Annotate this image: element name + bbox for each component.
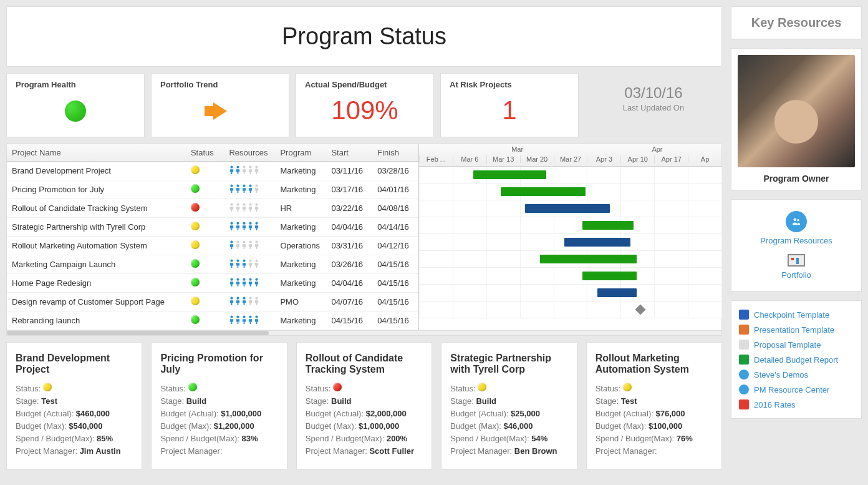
resource-link[interactable]: Proposal Template	[739, 337, 854, 352]
svg-point-32	[243, 278, 246, 281]
kpi-updated: 03/10/16 Last Updated On	[585, 73, 722, 137]
table-row[interactable]: Rebranding launch Marketing 04/15/16 04/…	[7, 311, 418, 330]
svg-point-23	[249, 241, 252, 243]
link-label: Presentation Template	[754, 325, 834, 335]
cell-program: Operations	[275, 237, 326, 255]
kpi-spend: Actual Spend/Budget 109%	[296, 73, 434, 137]
cell-name: Rollout of Candidate Tracking System	[7, 199, 186, 218]
th-start[interactable]: Start	[326, 144, 372, 162]
scrollbar-thumb[interactable]	[7, 331, 269, 335]
status-dot-icon	[191, 165, 200, 174]
svg-point-17	[243, 222, 246, 225]
th-finish[interactable]: Finish	[372, 144, 418, 162]
table-row[interactable]: Design revamp of Customer Support Page P…	[7, 293, 418, 311]
gantt-bar[interactable]	[564, 238, 631, 247]
gantt-row	[419, 251, 721, 268]
portfolio-link[interactable]: Portfolio	[738, 254, 855, 280]
th-program[interactable]: Program	[275, 144, 326, 162]
kpi-updated-label: Last Updated On	[594, 103, 713, 112]
grid-icon	[788, 254, 805, 267]
cell-program: HR	[275, 199, 326, 218]
file-icon	[739, 325, 749, 335]
table-row[interactable]: Rollout of Candidate Tracking System HR …	[7, 199, 418, 218]
person-icon	[248, 240, 253, 249]
person-icon	[235, 259, 241, 268]
gantt-bar[interactable]	[597, 288, 637, 297]
cell-start: 03/22/16	[326, 199, 372, 218]
person-icon	[241, 296, 247, 305]
cell-start: 03/26/16	[326, 255, 372, 274]
th-project[interactable]: Project Name	[7, 144, 186, 162]
kpi-trend: Portfolio Trend	[151, 73, 289, 137]
project-card[interactable]: Strategic Partnership with Tyrell Corp S…	[441, 342, 577, 469]
svg-point-36	[237, 297, 239, 300]
status-dot-icon	[191, 259, 200, 268]
person-icon	[229, 165, 234, 174]
svg-point-19	[256, 222, 258, 225]
resource-link[interactable]: Steve's Demos	[739, 367, 854, 382]
project-card[interactable]: Brand Development Project Status: Stage:…	[6, 342, 142, 469]
resource-link[interactable]: Detailed Budget Report	[739, 352, 854, 367]
svg-point-0	[231, 166, 233, 169]
cell-start: 03/31/16	[326, 237, 372, 255]
resource-links-card: Checkpoint TemplatePresentation Template…	[731, 300, 862, 419]
link-label: 2016 Rates	[754, 400, 796, 409]
project-cards-row: Brand Development Project Status: Stage:…	[6, 342, 722, 469]
cell-status	[186, 180, 224, 199]
kpi-risk: At Risk Projects 1	[440, 73, 579, 137]
quick-links-card: Program Resources Portfolio	[731, 199, 862, 291]
table-row[interactable]: Marketing Campaign Launch Marketing 03/2…	[7, 255, 418, 274]
person-icon	[248, 184, 253, 193]
status-dot-icon	[188, 383, 197, 391]
avatar-card: Program Owner	[731, 48, 862, 190]
table-row[interactable]: Strategic Partnership with Tyrell Corp M…	[7, 218, 418, 237]
horizontal-scrollbar[interactable]	[7, 330, 721, 335]
resource-link[interactable]: Checkpoint Template	[739, 307, 854, 322]
person-icon	[248, 259, 253, 268]
project-card[interactable]: Rollout of Candidate Tracking System Sta…	[296, 342, 432, 469]
svg-point-4	[256, 166, 258, 169]
status-dot-icon	[623, 383, 632, 391]
gantt-bar[interactable]	[473, 170, 546, 179]
resource-link[interactable]: PM Resource Center	[739, 382, 854, 397]
kpi-health-label: Program Health	[16, 80, 135, 89]
th-resources[interactable]: Resources	[224, 144, 275, 162]
gantt-bar[interactable]	[501, 187, 586, 196]
gantt-bar[interactable]	[540, 255, 637, 263]
resource-link[interactable]: 2016 Rates	[739, 397, 854, 412]
person-icon	[235, 240, 241, 249]
cell-name: Rollout Marketing Automation System	[7, 237, 186, 255]
program-resources-link[interactable]: Program Resources	[738, 211, 855, 245]
person-icon	[254, 203, 259, 212]
cell-finish: 04/15/16	[372, 274, 418, 293]
kpi-spend-value: 109%	[305, 96, 425, 125]
gantt-chart[interactable]: MarApr Feb ...Mar 6Mar 13Mar 20Mar 27Apr…	[418, 144, 721, 330]
cell-name: Brand Development Project	[7, 162, 186, 180]
person-icon	[254, 184, 259, 193]
project-card[interactable]: Pricing Promotion for July Status: Stage…	[151, 342, 287, 469]
svg-point-33	[249, 278, 252, 281]
person-icon	[254, 240, 259, 249]
kpi-risk-label: At Risk Projects	[450, 80, 569, 89]
gantt-bar[interactable]	[525, 204, 610, 213]
svg-point-43	[249, 316, 252, 318]
th-status[interactable]: Status	[186, 144, 224, 162]
link-label: Steve's Demos	[754, 370, 808, 380]
table-row[interactable]: Brand Development Project Marketing 03/1…	[7, 162, 418, 180]
table-row[interactable]: Home Page Redesign Marketing 04/04/16 04…	[7, 274, 418, 293]
table-row[interactable]: Pricing Promotion for July Marketing 03/…	[7, 180, 418, 199]
person-icon	[241, 278, 247, 287]
milestone-icon	[635, 305, 646, 315]
cell-resources	[224, 274, 275, 293]
table-row[interactable]: Rollout Marketing Automation System Oper…	[7, 237, 418, 255]
svg-point-18	[249, 222, 252, 225]
svg-point-26	[237, 260, 239, 262]
file-icon	[739, 399, 749, 409]
resource-link[interactable]: Presentation Template	[739, 322, 854, 337]
person-icon	[241, 240, 247, 249]
cell-finish: 04/08/16	[372, 199, 418, 218]
gantt-bar[interactable]	[582, 272, 637, 280]
person-icon	[229, 203, 234, 212]
gantt-bar[interactable]	[582, 221, 634, 230]
project-card[interactable]: Rollout Marketing Automation System Stat…	[586, 342, 722, 469]
